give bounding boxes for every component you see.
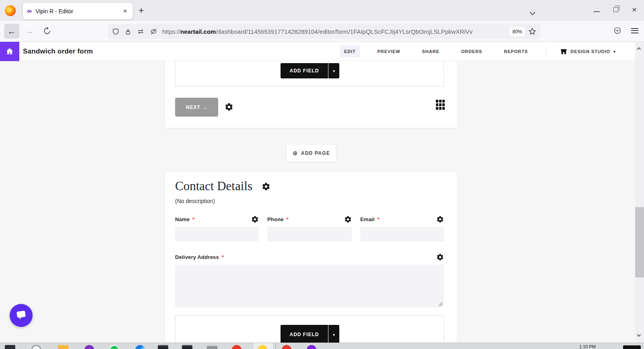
green-app-icon[interactable] xyxy=(109,345,119,349)
section-description: (No description) xyxy=(175,198,215,204)
window-app-icon[interactable] xyxy=(207,345,217,349)
resize-handle-icon[interactable] xyxy=(438,302,443,306)
tab-share[interactable]: SHARE xyxy=(418,45,444,57)
delivery-address-textarea[interactable] xyxy=(175,265,444,308)
start-button-icon[interactable] xyxy=(5,345,15,349)
url-bar[interactable]: https://neartail.com/dashboard/114565391… xyxy=(108,24,541,39)
design-studio-menu[interactable]: DESIGN STUDIO ▾ xyxy=(560,48,616,55)
app-nav: EDIT PREVIEW SHARE ORDERS REPORTS DESIGN… xyxy=(340,42,616,61)
add-field-dropdown-icon[interactable]: ▾ xyxy=(328,63,339,78)
new-tab-button[interactable]: + xyxy=(138,5,144,16)
required-marker: * xyxy=(287,216,289,222)
page-zoom-badge[interactable]: 80% xyxy=(510,27,525,36)
field-label: Phone xyxy=(267,216,284,222)
blocked-eye-icon[interactable] xyxy=(150,28,157,35)
menu-hamburger-icon[interactable] xyxy=(631,28,638,33)
tab-title: Vipin R - Editor xyxy=(35,8,122,14)
taskbar-divider xyxy=(275,344,276,349)
file-explorer-icon[interactable] xyxy=(58,345,68,349)
add-field-dropdown-icon[interactable]: ▾ xyxy=(328,325,339,343)
field-label: Name xyxy=(175,216,190,222)
browser-titlebar: ∞ Vipin R - Editor × + × xyxy=(0,0,644,21)
home-icon xyxy=(5,47,14,56)
divider xyxy=(546,46,546,57)
scroll-up-icon[interactable] xyxy=(638,45,640,52)
editor-canvas: ADD FIELD ▾ NEXT → ⊕ ADD PAGE Contact De… xyxy=(0,61,644,343)
field-label: Email xyxy=(360,216,375,222)
blue-app-icon[interactable] xyxy=(135,345,145,349)
tab-reports[interactable]: REPORTS xyxy=(500,45,532,57)
name-input[interactable] xyxy=(175,227,259,242)
field-name: Name * xyxy=(175,215,259,242)
red-app-icon[interactable] xyxy=(282,345,291,349)
tray-widget[interactable] xyxy=(623,345,641,349)
back-button[interactable]: ← xyxy=(4,24,19,39)
list-all-tabs-icon[interactable] xyxy=(530,9,535,16)
section-title: Contact Details xyxy=(175,179,252,193)
storefront-icon xyxy=(560,48,568,55)
bookmark-star-icon[interactable] xyxy=(528,27,537,36)
add-field-button-page1[interactable]: ADD FIELD ▾ xyxy=(281,63,339,78)
plus-circle-icon: ⊕ xyxy=(293,150,298,157)
reload-button[interactable] xyxy=(43,27,52,37)
home-button[interactable] xyxy=(0,42,19,61)
forward-button: → xyxy=(25,26,33,36)
purple-app-icon[interactable] xyxy=(85,345,94,349)
tab-favicon-infinity-icon: ∞ xyxy=(27,7,32,15)
permissions-icon[interactable] xyxy=(136,28,145,35)
url-path: /dashboard/114565391771428289104/editor/… xyxy=(216,28,473,35)
settings-icon-address-field[interactable] xyxy=(436,253,444,261)
field-delivery-address: Delivery Address * xyxy=(175,253,444,261)
tab-edit[interactable]: EDIT xyxy=(340,45,360,57)
url-text[interactable]: https://neartail.com/dashboard/114565391… xyxy=(162,28,506,35)
email-input[interactable] xyxy=(360,227,444,242)
field-email: Email * xyxy=(360,215,444,242)
phone-input[interactable] xyxy=(267,227,352,242)
field-phone: Phone * xyxy=(267,215,352,242)
url-protocol: https:// xyxy=(162,28,180,35)
purple-app-icon[interactable] xyxy=(307,345,316,349)
settings-icon-email-field[interactable] xyxy=(436,216,444,223)
terminal-window-icon[interactable] xyxy=(182,345,192,349)
settings-icon-name-field[interactable] xyxy=(251,216,259,223)
tab-close-icon[interactable]: × xyxy=(122,7,129,15)
drag-grid-icon[interactable] xyxy=(436,100,446,110)
required-marker: * xyxy=(378,216,380,222)
required-marker: * xyxy=(192,216,194,222)
window-close-button[interactable]: × xyxy=(632,6,637,14)
settings-icon-next-button[interactable] xyxy=(225,103,233,111)
field-label: Delivery Address xyxy=(175,254,219,260)
terminal-window-icon[interactable] xyxy=(158,345,168,349)
taskbar: 1:10 PM xyxy=(0,343,644,349)
chat-bubble-icon xyxy=(15,310,27,322)
scrollbar-thumb[interactable] xyxy=(635,207,644,277)
restore-button[interactable] xyxy=(613,7,618,12)
clock[interactable]: 1:10 PM xyxy=(579,344,596,349)
minimize-button[interactable] xyxy=(594,11,600,12)
tab-preview[interactable]: PREVIEW xyxy=(374,45,405,57)
browser-tab[interactable]: ∞ Vipin R - Editor × xyxy=(23,3,133,19)
page-scrollbar[interactable] xyxy=(635,42,644,343)
url-domain: neartail.com xyxy=(180,28,216,35)
tab-orders[interactable]: ORDERS xyxy=(457,45,486,57)
scroll-down-icon[interactable] xyxy=(638,331,640,338)
reload-icon xyxy=(43,27,52,35)
shield-icon[interactable] xyxy=(112,28,120,35)
settings-icon-section[interactable] xyxy=(262,182,270,191)
browser-toolbar: ← → https://neartail.com/dashboard/11456… xyxy=(0,21,644,42)
app-header: Sandwich order form EDIT PREVIEW SHARE O… xyxy=(0,42,644,61)
red-app-icon[interactable] xyxy=(232,345,242,349)
next-button[interactable]: NEXT → xyxy=(175,98,218,117)
lock-icon[interactable] xyxy=(124,28,132,35)
add-page-button[interactable]: ⊕ ADD PAGE xyxy=(287,145,336,162)
settings-icon-phone-field[interactable] xyxy=(344,216,352,223)
firefox-icon[interactable] xyxy=(5,5,16,16)
chevron-down-icon: ▾ xyxy=(613,49,616,54)
chat-widget-button[interactable] xyxy=(10,304,33,327)
required-marker: * xyxy=(222,254,224,260)
search-icon[interactable] xyxy=(31,345,41,349)
add-field-button-page2[interactable]: ADD FIELD ▾ xyxy=(281,325,339,343)
window-controls: × xyxy=(594,6,637,14)
page-title: Sandwich order form xyxy=(23,47,93,55)
pocket-icon[interactable] xyxy=(613,27,621,35)
